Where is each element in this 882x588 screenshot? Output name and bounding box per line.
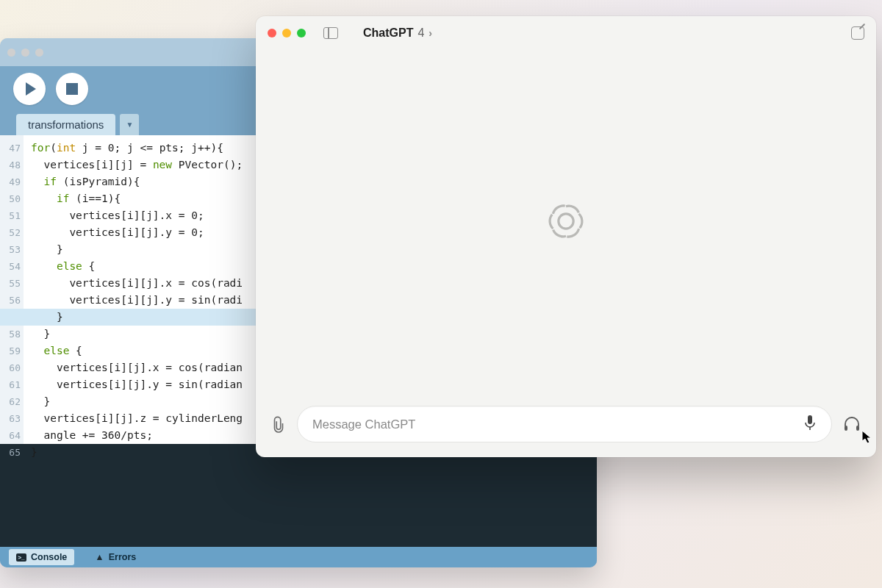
close-button[interactable] — [268, 29, 276, 37]
svg-rect-1 — [808, 415, 812, 424]
message-input[interactable]: Message ChatGPT — [297, 406, 832, 442]
errors-tab[interactable]: ▲ Errors — [87, 549, 143, 565]
openai-logo-icon — [545, 200, 587, 245]
stop-icon — [66, 83, 78, 95]
chatgpt-titlebar[interactable]: ChatGPT 4 › — [256, 16, 876, 50]
traffic-lights — [268, 29, 306, 37]
voice-mode-icon[interactable] — [842, 415, 861, 434]
model-picker[interactable]: ChatGPT 4 › — [363, 26, 432, 40]
model-name: 4 — [417, 26, 424, 40]
console-tab[interactable]: >_ Console — [9, 549, 74, 565]
traffic-dot[interactable] — [35, 49, 43, 57]
tab-dropdown-button[interactable]: ▼ — [120, 114, 139, 135]
minimize-button[interactable] — [282, 29, 291, 37]
microphone-icon[interactable] — [803, 415, 817, 434]
attachment-icon[interactable] — [270, 415, 287, 434]
ide-tab-active[interactable]: transformations — [16, 114, 115, 135]
message-placeholder: Message ChatGPT — [312, 417, 415, 431]
new-chat-icon[interactable] — [851, 26, 864, 40]
line-gutter: 47 48 49 50 51 52 53 54 55 56 57 58 59 6… — [0, 135, 24, 444]
run-button[interactable] — [13, 73, 46, 105]
terminal-icon: >_ — [16, 553, 26, 562]
chat-input-row: Message ChatGPT — [256, 395, 876, 457]
chatgpt-window: ChatGPT 4 › Messa — [256, 16, 876, 457]
chevron-right-icon: › — [429, 27, 432, 39]
play-icon — [26, 82, 36, 96]
console-tab-label: Console — [31, 552, 67, 562]
toggle-sidebar-icon[interactable] — [323, 27, 338, 39]
zoom-button[interactable] — [297, 29, 306, 37]
svg-point-0 — [559, 214, 573, 229]
chat-body — [256, 50, 876, 395]
svg-rect-4 — [856, 426, 859, 431]
traffic-dot[interactable] — [7, 49, 15, 57]
stop-button[interactable] — [56, 73, 88, 105]
ide-bottom-tabs: >_ Console ▲ Errors — [0, 547, 597, 567]
app-name: ChatGPT — [363, 26, 413, 40]
warning-icon: ▲ — [95, 552, 104, 562]
svg-rect-3 — [845, 426, 847, 431]
errors-tab-label: Errors — [109, 552, 137, 562]
traffic-dot[interactable] — [21, 49, 29, 57]
